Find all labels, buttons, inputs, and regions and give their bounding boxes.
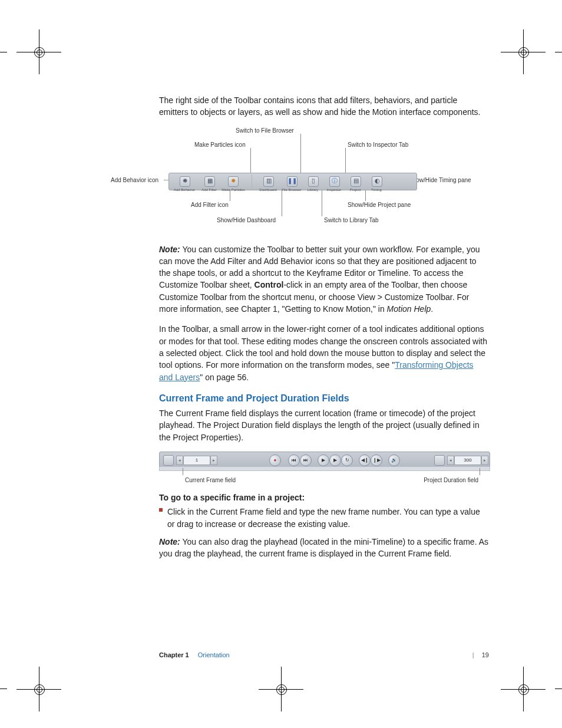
note-label: Note:: [159, 245, 180, 254]
callout-timing: Show/Hide Timing pane: [409, 176, 471, 185]
make-particles-icon[interactable]: ✹: [228, 176, 239, 187]
footer-section: Orientation: [198, 651, 230, 658]
callout-library: Switch to Library Tab: [324, 216, 379, 225]
audio-button[interactable]: 🔊: [388, 454, 400, 466]
step-up-button[interactable]: ▸: [481, 456, 488, 465]
add-filter-icon[interactable]: ▦: [204, 176, 215, 187]
project-duration-field[interactable]: 300: [454, 456, 481, 465]
callout-dashboard: Show/Hide Dashboard: [217, 216, 276, 225]
intro-paragraph: The right side of the Toolbar contains i…: [159, 94, 489, 118]
transport-figure: ◂ 1 ▸ ● ⏮ ⏭ ▶ ▶ ↻ ◀❙ ❙▶ 🔊 ◂ 300 ▸ Curren…: [159, 452, 489, 483]
note-label: Note:: [159, 537, 180, 546]
section-heading: Current Frame and Project Duration Field…: [159, 391, 489, 405]
bold-text: Control: [254, 280, 284, 289]
inspector-icon[interactable]: ⓘ: [329, 176, 340, 187]
callout-make-particles: Make Particles icon: [194, 141, 246, 150]
go-start-button[interactable]: ⏮: [288, 454, 300, 466]
add-behavior-icon[interactable]: ✺: [180, 176, 190, 187]
footer-chapter: Chapter 1: [159, 651, 189, 658]
callout-file-browser: Switch to File Browser: [236, 127, 294, 136]
callout-project: Show/Hide Project pane: [348, 201, 411, 210]
library-icon[interactable]: ▯: [308, 176, 319, 187]
toolbar-figure: Switch to File Browser Make Particles ic…: [130, 127, 507, 233]
crop-mark-icon: [555, 689, 562, 689]
current-frame-field[interactable]: 1: [183, 456, 210, 465]
callout-inspector: Switch to Inspector Tab: [348, 141, 408, 150]
note-paragraph-2: Note: You can also drag the playhead (lo…: [159, 536, 489, 560]
body-paragraph-2: In the Toolbar, a small arrow in the low…: [159, 323, 489, 383]
page-footer: Chapter 1 Orientation | 19: [159, 651, 489, 658]
transport-bar: ◂ 1 ▸ ● ⏮ ⏭ ▶ ▶ ↻ ◀❙ ❙▶ 🔊 ◂ 300 ▸: [159, 452, 490, 468]
page: The right side of the Toolbar contains i…: [0, 0, 562, 728]
bullet-icon: [159, 508, 163, 512]
clock-icon[interactable]: [434, 455, 445, 466]
crop-mark-icon: [0, 689, 7, 689]
procedure-heading: To go to a specific frame in a project:: [159, 492, 489, 503]
clock-icon[interactable]: [163, 455, 174, 466]
toolbar-bar: ✺ Add Behavior ▦ Add Filter ✹ Make Parti…: [168, 173, 417, 190]
bullet-item: Click in the Current Frame field and typ…: [159, 506, 489, 530]
italic-text: Motion Help: [387, 304, 431, 314]
step-forward-button[interactable]: ❙▶: [371, 454, 382, 466]
registration-mark-icon: [270, 678, 292, 700]
project-icon[interactable]: ▤: [351, 176, 361, 187]
registration-mark-icon: [28, 41, 49, 62]
step-down-button[interactable]: ◂: [176, 456, 183, 465]
go-end-button[interactable]: ⏭: [300, 454, 312, 466]
record-button[interactable]: ●: [269, 454, 281, 466]
content-column: The right side of the Toolbar contains i…: [159, 94, 489, 568]
divider-icon: |: [472, 651, 474, 658]
registration-mark-icon: [513, 678, 534, 700]
loop-button[interactable]: ↻: [341, 454, 353, 466]
crop-mark-icon: [0, 52, 7, 52]
step-down-button[interactable]: ◂: [447, 456, 454, 465]
dashboard-icon[interactable]: ▥: [263, 176, 274, 187]
registration-mark-icon: [28, 678, 49, 700]
note-paragraph-1: Note: You can customize the Toolbar to b…: [159, 243, 489, 315]
caption-project-duration: Project Duration field: [424, 476, 478, 485]
play-button[interactable]: ▶: [318, 454, 329, 466]
body-paragraph-3: The Current Frame field displays the cur…: [159, 407, 489, 443]
timing-icon[interactable]: ◐: [372, 176, 382, 187]
callout-add-behavior: Add Behavior icon: [111, 176, 158, 185]
crop-mark-icon: [555, 52, 562, 52]
file-browser-icon[interactable]: ❚❚: [287, 176, 297, 187]
callout-add-filter: Add Filter icon: [191, 201, 229, 210]
page-number: 19: [482, 651, 489, 658]
play-range-button[interactable]: ▶: [329, 454, 341, 466]
registration-mark-icon: [513, 41, 534, 62]
step-back-button[interactable]: ◀❙: [359, 454, 371, 466]
caption-current-frame: Current Frame field: [185, 476, 236, 485]
step-up-button[interactable]: ▸: [210, 456, 217, 465]
